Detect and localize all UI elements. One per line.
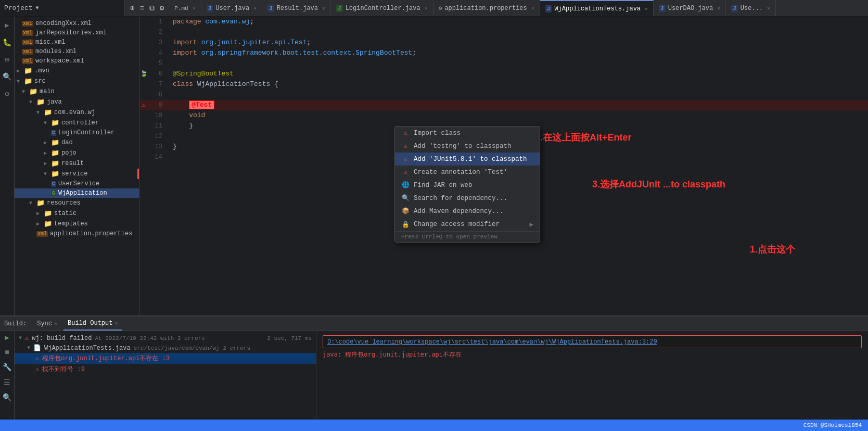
arrow-icon: ▼ bbox=[36, 110, 42, 116]
structure-icon[interactable]: ⊞ bbox=[5, 55, 9, 64]
run-icon[interactable]: ▶ bbox=[5, 21, 9, 30]
tab-login-close[interactable]: ✕ bbox=[425, 5, 428, 11]
settings-icon[interactable]: ⚙ bbox=[160, 4, 164, 12]
code-line-3: 3 import org.junit.jupiter.api.Test; bbox=[139, 37, 868, 48]
menu-import-class[interactable]: ⚠ Import class bbox=[395, 126, 540, 140]
build-error1-item[interactable]: ⚠ 程序包org.junit.jupiter.api不存在 :3 bbox=[15, 353, 316, 364]
tab-userdao[interactable]: J UserDAO.java ✕ bbox=[654, 0, 726, 16]
code-editor[interactable]: 1 package com.evan.wj; 2 3 import org.ju… bbox=[139, 17, 868, 315]
tree-item-logincontroller[interactable]: C LoginController bbox=[15, 128, 139, 137]
tab-pmd-close[interactable]: ✕ bbox=[193, 5, 196, 11]
tab-pmd-label: P.md bbox=[174, 5, 188, 11]
tab-wjtest[interactable]: J WjApplicationTests.java ✕ bbox=[540, 0, 654, 16]
build-link[interactable]: D:\code\vue_learning\workspace\wj\src\te… bbox=[327, 338, 657, 346]
gutter-10 bbox=[139, 110, 148, 121]
build-error2-item[interactable]: ⚠ 找不到符号 :9 bbox=[15, 364, 316, 375]
tree-item-appprops[interactable]: xml application.properties bbox=[15, 229, 139, 238]
tab-app[interactable]: ⚙ application.properties ✕ bbox=[433, 0, 540, 16]
menu-search-dep[interactable]: 🔍 Search for dependency... bbox=[395, 192, 540, 205]
tab-user-close[interactable]: ✕ bbox=[253, 5, 257, 11]
file-tree-panel: xml encodingXxx.xml xml jarRepositories.… bbox=[15, 17, 139, 315]
linecontent-5 bbox=[169, 58, 868, 69]
menu-add-testng[interactable]: ⚠ Add 'testng' to classpath bbox=[395, 140, 540, 153]
folder-icon: 📁 bbox=[29, 87, 37, 96]
gutter-8 bbox=[139, 90, 148, 100]
tree-item-resources[interactable]: ▼ 📁 resources bbox=[15, 198, 139, 208]
menu-dep-label: Search for dependency... bbox=[414, 195, 507, 202]
linenum-14: 14 bbox=[148, 152, 169, 162]
linecontent-1: package com.evan.wj; bbox=[169, 17, 868, 27]
java-c-icon: C bbox=[51, 130, 56, 136]
tree-item-com-evan[interactable]: ▼ 📁 com.evan.wj bbox=[15, 107, 139, 118]
build-file-item[interactable]: ▼ 📄 WjApplicationTests.java src/test/jav… bbox=[15, 343, 316, 353]
error-icon3: ⚠ bbox=[35, 365, 39, 373]
tab-result[interactable]: J Result.java ✕ bbox=[262, 0, 331, 16]
play-icon[interactable]: ▶ bbox=[5, 333, 9, 342]
tab-result-close[interactable]: ✕ bbox=[322, 5, 325, 11]
tab-login[interactable]: J LoginController.java ✕ bbox=[331, 0, 433, 16]
wrench-icon[interactable]: 🔧 bbox=[3, 363, 11, 372]
tree-item-src[interactable]: ▼ 📁 src bbox=[15, 76, 139, 86]
tab-userx[interactable]: J Use... ✕ bbox=[726, 0, 776, 16]
settings2-icon[interactable]: ⚙ bbox=[5, 90, 9, 98]
debug-icon[interactable]: 🐛 bbox=[3, 38, 11, 47]
tree-item-misc[interactable]: xml misc.xml bbox=[15, 37, 139, 47]
tab-userx-close[interactable]: ✕ bbox=[767, 5, 770, 11]
java-c-icon: C bbox=[51, 181, 56, 187]
tree-item-pojo[interactable]: ▶ 📁 pojo bbox=[15, 148, 139, 158]
web-icon: 🌐 bbox=[401, 181, 410, 189]
tree-item-dao[interactable]: ▶ 📁 dao bbox=[15, 137, 139, 148]
build-output-path: D:\code\vue_learning\workspace\wj\src\te… bbox=[323, 335, 862, 348]
menu-create-annotation[interactable]: ⚠ Create annotation 'Test' bbox=[395, 166, 540, 179]
dep-icon: 🔍 bbox=[401, 194, 410, 202]
tab-pmd[interactable]: P.md ✕ bbox=[169, 0, 201, 16]
tree-item-workspace[interactable]: xml workspace.xml bbox=[15, 56, 139, 66]
menu-access-modifier[interactable]: 🔒 Change access modifier ▶ bbox=[395, 218, 540, 231]
folder-icon: 📁 bbox=[44, 220, 52, 228]
tree-item-encoding[interactable]: xml encodingXxx.xml bbox=[15, 19, 139, 28]
sync-close-icon[interactable]: ✕ bbox=[54, 321, 57, 327]
tree-item-mvn[interactable]: ▶ 📁 .mvn bbox=[15, 66, 139, 76]
build-output-close-icon[interactable]: ✕ bbox=[114, 320, 118, 326]
menu-maven-dep[interactable]: 📦 Add Maven dependency... bbox=[395, 205, 540, 218]
tab-userdao-close[interactable]: ✕ bbox=[717, 5, 720, 11]
tree-item-modules[interactable]: xml modules.xml bbox=[15, 47, 139, 56]
tree-item-java[interactable]: ▼ 📁 java bbox=[15, 97, 139, 107]
tree-item-controller[interactable]: ▼ 📁 controller bbox=[15, 118, 139, 128]
tab-user[interactable]: J User.java ✕ bbox=[201, 0, 262, 16]
stop-icon[interactable]: ■ bbox=[5, 348, 9, 357]
menu-find-jar[interactable]: 🌐 Find JAR on web bbox=[395, 179, 540, 192]
filter-icon[interactable]: ☰ bbox=[4, 378, 10, 387]
project-dropdown-icon[interactable]: ▼ bbox=[36, 5, 39, 11]
linecontent-7: class WjApplicationTests { bbox=[169, 79, 868, 90]
linenum-8: 8 bbox=[148, 90, 169, 100]
list-icon[interactable]: ≡ bbox=[139, 4, 144, 12]
gutter-5 bbox=[139, 58, 148, 69]
file-tree: xml encodingXxx.xml xml jarRepositories.… bbox=[15, 17, 139, 315]
tab-user-label: User.java bbox=[215, 5, 249, 12]
collapse-icon: ▼ bbox=[19, 335, 22, 341]
tab-build-output[interactable]: Build Output ✕ bbox=[63, 316, 122, 331]
tab-sync[interactable]: Sync ✕ bbox=[33, 316, 61, 331]
add-icon[interactable]: ⊕ bbox=[130, 4, 134, 12]
tree-item-userservice[interactable]: C UserService bbox=[15, 179, 139, 188]
xml-icon: xml bbox=[22, 40, 33, 45]
tree-item-main[interactable]: ▼ 📁 main bbox=[15, 86, 139, 97]
search2-icon[interactable]: 🔍 bbox=[3, 393, 11, 402]
tree-item-result[interactable]: ▶ 📁 result bbox=[15, 158, 139, 169]
tab-wjtest-close[interactable]: ✕ bbox=[645, 6, 648, 12]
find-icon[interactable]: 🔍 bbox=[3, 72, 11, 81]
code-line-5: 5 bbox=[139, 58, 868, 69]
split-icon[interactable]: ⧉ bbox=[149, 4, 155, 12]
tree-item-static[interactable]: ▶ 📁 static bbox=[15, 208, 139, 219]
tree-item-templates[interactable]: ▶ 📁 templates bbox=[15, 219, 139, 229]
linenum-3: 3 bbox=[148, 37, 169, 48]
menu-add-junit[interactable]: ⚠ Add 'JUnit5.8.1' to classpath bbox=[395, 153, 540, 166]
tree-item-jarrepositories[interactable]: xml jarRepositories.xml bbox=[15, 28, 139, 37]
tab-app-icon: ⚙ bbox=[439, 5, 442, 11]
tree-item-service[interactable]: ▼ 📁 service bbox=[15, 169, 139, 179]
build-failed-item[interactable]: ▼ ⚠ wj: build failed At 2022/7/19 22:42 … bbox=[15, 333, 316, 343]
tree-item-wjapplication[interactable]: G WjApplication bbox=[15, 188, 139, 198]
folder-icon: 📁 bbox=[44, 209, 52, 218]
tab-app-close[interactable]: ✕ bbox=[531, 5, 534, 11]
